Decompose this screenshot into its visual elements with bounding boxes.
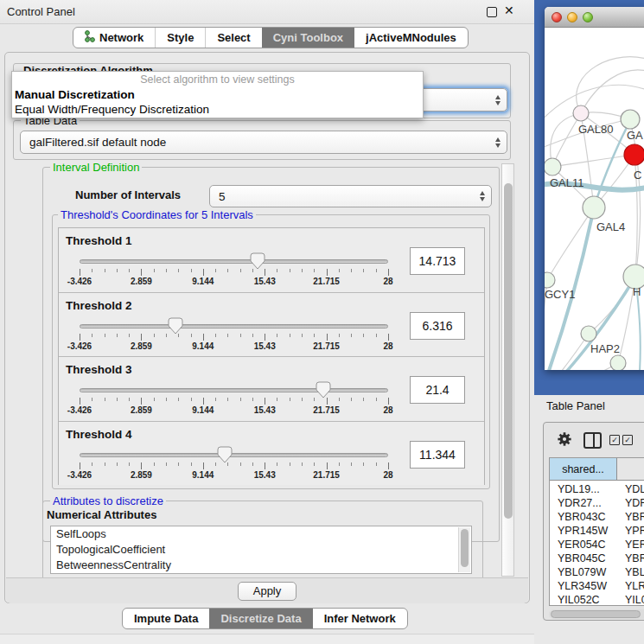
- tab-label: Cyni Toolbox: [273, 31, 343, 44]
- node-ga[interactable]: [621, 110, 640, 129]
- tab-label: Network: [99, 31, 143, 44]
- tab-cyni-toolbox[interactable]: Cyni Toolbox: [262, 28, 354, 48]
- tick-label: -3.426: [67, 470, 92, 480]
- cyni-bottom-tabs: Impute Data Discretize Data Infer Networ…: [122, 608, 408, 629]
- tick-label: -3.426: [67, 405, 92, 415]
- column-header-shared-name[interactable]: shared...: [550, 458, 617, 481]
- table-data-combobox[interactable]: galFiltered.sif default node: [20, 131, 507, 154]
- node-gal4[interactable]: [583, 196, 605, 219]
- table-row[interactable]: YBR043CYBR0: [550, 510, 644, 524]
- table-row[interactable]: YBR045CYBR0: [550, 552, 644, 565]
- svg-text:HAP2: HAP2: [590, 342, 620, 355]
- slider-ticks: [80, 268, 388, 276]
- node-hap2[interactable]: [581, 326, 596, 341]
- threshold-3-value-field[interactable]: [410, 376, 465, 404]
- slider-ticks: [80, 333, 388, 341]
- control-panel-titlebar: Control Panel ✕: [0, 0, 534, 24]
- numerical-attributes-label: Numerical Attributes: [47, 508, 156, 521]
- close-traffic-light-icon[interactable]: [552, 12, 562, 22]
- list-item[interactable]: SelfLoops: [51, 526, 471, 542]
- table-row[interactable]: YDR27...YDR2: [550, 496, 644, 510]
- list-scrollbar[interactable]: [458, 527, 470, 572]
- table-row[interactable]: YBL079WYBL0: [550, 565, 644, 579]
- table-row[interactable]: YIL052CYIL0: [550, 593, 644, 607]
- checkbox-icon[interactable]: ✓: [609, 435, 620, 445]
- network-view-window[interactable]: GAL80 GA C GAL11 GAL4 GCY1 H HAP2: [545, 7, 644, 370]
- node-red-selected[interactable]: [624, 144, 644, 165]
- tab-jactivemnodules[interactable]: jActiveMNodules: [354, 28, 468, 48]
- numerical-attributes-list[interactable]: SelfLoops TopologicalCoefficient Between…: [50, 526, 472, 574]
- tick-label: 2.859: [131, 470, 152, 480]
- apply-button[interactable]: Apply: [238, 582, 296, 601]
- slider-thumb[interactable]: [168, 317, 183, 335]
- threshold-1-value-field[interactable]: [410, 247, 465, 275]
- slider-thumb[interactable]: [250, 252, 265, 270]
- threshold-block-3: Threshold 3 -3.426 2.859 9.144 15.43 21.…: [59, 357, 484, 422]
- threshold-4-value-field[interactable]: [410, 441, 465, 469]
- threshold-2-slider[interactable]: -3.426 2.859 9.144 15.43 21.715 28: [80, 319, 388, 354]
- tab-discretize-data[interactable]: Discretize Data: [209, 609, 312, 628]
- network-canvas[interactable]: GAL80 GA C GAL11 GAL4 GCY1 H HAP2: [545, 28, 644, 370]
- slider-thumb[interactable]: [217, 446, 233, 463]
- status-strip: [0, 634, 534, 644]
- table-row[interactable]: YDL19...YDL1: [550, 482, 644, 496]
- threshold-label: Threshold 3: [66, 363, 132, 376]
- zoom-traffic-light-icon[interactable]: [583, 12, 593, 22]
- svg-text:GAL11: GAL11: [550, 176, 584, 189]
- cyni-toolbox-panel: Discretization Algorithm Select algorith…: [4, 52, 530, 603]
- slider-tick-labels: -3.426 2.859 9.144 15.43 21.715 28: [80, 277, 388, 287]
- tab-impute-data[interactable]: Impute Data: [123, 609, 209, 628]
- tick-label: 28: [383, 470, 392, 480]
- svg-text:GA: GA: [627, 129, 643, 142]
- tick-label: 15.43: [254, 341, 276, 351]
- settings-scrollbar[interactable]: [501, 163, 514, 577]
- interval-definition-group: Interval Definition Number of Intervals …: [42, 167, 500, 542]
- threshold-2-value-field[interactable]: [410, 312, 465, 340]
- slider-ticks: [80, 462, 388, 469]
- threshold-1-slider[interactable]: -3.426 2.859 9.144 15.43 21.715 28: [80, 254, 388, 289]
- minimize-traffic-light-icon[interactable]: [567, 12, 577, 22]
- gear-icon[interactable]: [557, 431, 572, 450]
- node-gal80[interactable]: [573, 105, 589, 121]
- combo-stepper-icon: [495, 95, 501, 105]
- column-layout-icon[interactable]: [583, 432, 602, 449]
- panel-title: Control Panel: [7, 5, 75, 18]
- tab-infer-network[interactable]: Infer Network: [313, 609, 407, 628]
- attributes-group: Attributes to discretize Numerical Attri…: [42, 501, 483, 580]
- svg-text:GCY1: GCY1: [545, 288, 575, 301]
- network-window-titlebar[interactable]: [545, 7, 644, 28]
- number-of-intervals-label: Number of Intervals: [75, 188, 181, 201]
- dropdown-item-equal-width[interactable]: Equal Width/Frequency Discretization: [12, 102, 423, 117]
- tab-select[interactable]: Select: [205, 28, 261, 48]
- threshold-3-slider[interactable]: -3.426 2.859 9.144 15.43 21.715 28: [80, 383, 388, 418]
- node-gal11[interactable]: [545, 158, 561, 175]
- node-bottom[interactable]: [610, 355, 626, 370]
- svg-text:C: C: [634, 169, 641, 182]
- checkbox-icon[interactable]: ✓: [622, 435, 633, 445]
- slider-track[interactable]: [80, 453, 388, 457]
- slider-track[interactable]: [80, 259, 388, 264]
- slider-thumb[interactable]: [316, 381, 331, 399]
- column-header-name[interactable]: n: [617, 458, 644, 481]
- group-title: Attributes to discretize: [50, 494, 166, 507]
- table-row[interactable]: YER054CYER0: [550, 538, 644, 552]
- number-of-intervals-combobox[interactable]: 5: [209, 185, 492, 207]
- list-item[interactable]: BetweennessCentrality: [51, 558, 471, 573]
- threshold-4-slider[interactable]: -3.426 2.859 9.144 15.43 21.715 28: [80, 448, 388, 482]
- tick-label: 15.43: [254, 470, 276, 480]
- group-title: Interval Definition: [50, 161, 142, 174]
- node-gcy1[interactable]: [545, 272, 555, 288]
- table-row[interactable]: YPR145WYPR1: [550, 524, 644, 538]
- table-row[interactable]: YLR345WYLR3: [550, 579, 644, 593]
- table-horizontal-scrollbar[interactable]: [549, 609, 644, 619]
- tab-style[interactable]: Style: [155, 28, 205, 48]
- tab-label: jActiveMNodules: [366, 31, 456, 44]
- combo-value: 5: [219, 190, 226, 203]
- slider-track[interactable]: [80, 324, 388, 328]
- float-window-icon[interactable]: [487, 7, 497, 17]
- close-icon[interactable]: ✕: [504, 3, 514, 17]
- list-item[interactable]: TopologicalCoefficient: [51, 542, 471, 558]
- tab-network[interactable]: Network: [73, 28, 155, 48]
- slider-track[interactable]: [80, 388, 388, 392]
- dropdown-item-manual[interactable]: Manual Discretization: [12, 87, 423, 102]
